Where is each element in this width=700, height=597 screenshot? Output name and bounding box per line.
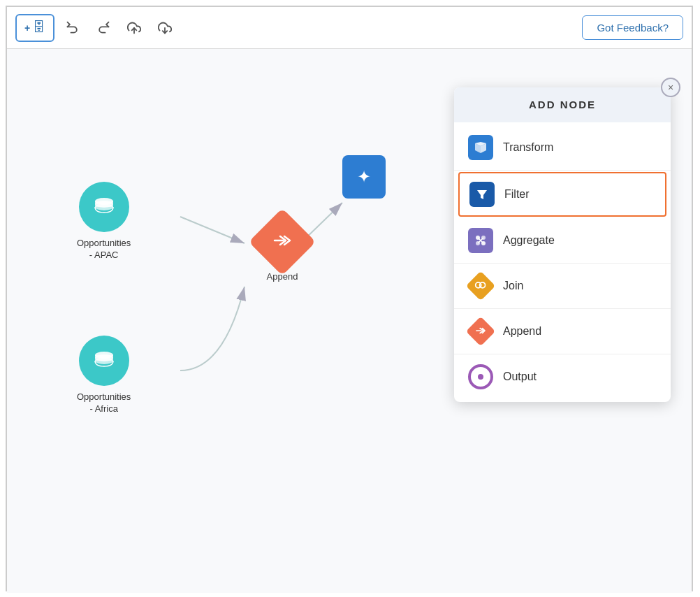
apac-node[interactable]: Opportunities- APAC xyxy=(77,182,131,261)
blue-partial-node[interactable]: ✦ xyxy=(342,155,386,199)
canvas: Opportunities- APAC Opportunities- Afric… xyxy=(7,49,692,593)
download-button[interactable] xyxy=(152,17,177,39)
sparkle-icon: ✦ xyxy=(357,167,371,187)
aggregate-label: Aggregate xyxy=(503,234,555,247)
feedback-button[interactable]: Got Feedback? xyxy=(582,15,683,40)
append-panel-icon xyxy=(476,326,486,337)
plus-icon: + xyxy=(24,22,30,34)
append-panel-label: Append xyxy=(503,325,541,338)
undo-button[interactable] xyxy=(60,17,85,39)
transform-icon-box xyxy=(468,135,493,160)
panel-header: ADD NODE × xyxy=(454,87,671,122)
add-datasource-button[interactable]: + 🗄 xyxy=(15,14,54,42)
redo-button[interactable] xyxy=(91,17,116,39)
append-diamond xyxy=(249,208,316,275)
africa-node[interactable]: Opportunities- Africa xyxy=(77,336,131,415)
output-dot xyxy=(478,374,483,380)
close-icon: × xyxy=(668,82,673,93)
aggregate-icon-box xyxy=(468,228,493,253)
add-node-panel: ADD NODE × Transform xyxy=(454,87,671,402)
panel-title: ADD NODE xyxy=(529,99,596,110)
svg-line-3 xyxy=(180,217,245,243)
output-item[interactable]: Output xyxy=(454,354,671,399)
svg-marker-15 xyxy=(477,190,487,199)
apac-db-circle xyxy=(79,182,129,232)
close-panel-button[interactable]: × xyxy=(661,78,680,97)
output-label: Output xyxy=(503,371,537,383)
append-node[interactable]: Append xyxy=(258,218,306,283)
aggregate-item[interactable]: Aggregate xyxy=(454,218,671,264)
africa-db-circle xyxy=(79,336,129,386)
join-label: Join xyxy=(503,280,523,292)
transform-item[interactable]: Transform xyxy=(454,125,671,171)
join-item[interactable]: Join xyxy=(454,264,671,309)
main-window: + 🗄 xyxy=(6,6,693,591)
database-icon: 🗄 xyxy=(33,20,45,35)
svg-point-14 xyxy=(95,357,113,364)
output-icon-circle xyxy=(468,364,493,389)
filter-icon-box xyxy=(469,182,495,207)
append-icon-diamond xyxy=(468,319,493,344)
svg-point-9 xyxy=(95,203,113,210)
join-icon xyxy=(475,280,486,293)
toolbar: + 🗄 xyxy=(7,7,692,49)
append-menu-item[interactable]: Append xyxy=(454,309,671,354)
africa-label: Opportunities- Africa xyxy=(77,391,131,415)
apac-label: Opportunities- APAC xyxy=(77,238,131,261)
panel-items-list: Transform Filter xyxy=(454,122,671,402)
append-icon xyxy=(273,232,291,252)
upload-button[interactable] xyxy=(122,17,147,39)
transform-label: Transform xyxy=(503,141,553,154)
join-icon-diamond xyxy=(468,273,493,298)
filter-label: Filter xyxy=(504,188,530,201)
filter-item[interactable]: Filter xyxy=(458,172,666,217)
